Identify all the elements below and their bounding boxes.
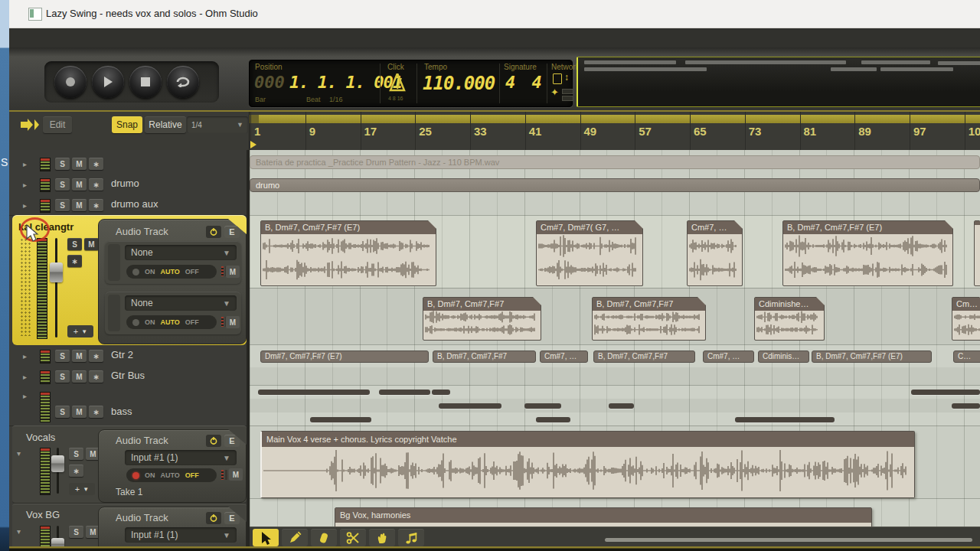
audio-clip-collapsed[interactable]: B, Dm#7, Cm#7,F#7 — [433, 350, 536, 363]
audio-clip-collapsed[interactable]: B, Dm#7, Cm#7,F#7 (E7) — [812, 350, 932, 363]
edit-button[interactable]: Edit — [43, 116, 72, 133]
audio-clip[interactable]: Cm#7, … — [687, 220, 743, 286]
solo-button[interactable]: S — [55, 178, 70, 191]
record-arm-dot[interactable] — [132, 472, 139, 479]
slot-mute-1[interactable]: M — [226, 266, 240, 278]
audio-clip[interactable]: B, Dm#7, Cm#7,F#7 — [423, 297, 541, 341]
slot-grip[interactable] — [108, 295, 120, 331]
relative-button[interactable]: Relative — [145, 116, 186, 133]
add-slot-button[interactable]: + ▼ — [69, 483, 95, 495]
mute-button[interactable]: M — [72, 158, 87, 170]
mute-button[interactable]: M — [72, 406, 87, 418]
solo-button[interactable]: S — [55, 158, 70, 170]
edit-track-button[interactable]: E — [224, 435, 240, 447]
mute-button[interactable]: M — [72, 370, 87, 383]
audio-clip-long[interactable]: drumo — [250, 178, 980, 192]
edit-track-button[interactable]: E — [224, 226, 240, 238]
track-name[interactable]: drumo — [111, 178, 139, 189]
follow-arrow-icon[interactable] — [20, 118, 40, 132]
freeze-button[interactable]: ∗ — [89, 406, 103, 418]
freeze-button[interactable]: ∗ — [69, 465, 83, 477]
stop-button[interactable] — [129, 66, 162, 98]
metronome-icon[interactable] — [389, 73, 406, 92]
solo-button[interactable]: S — [55, 370, 70, 383]
power-button[interactable] — [206, 435, 221, 447]
pencil-tool-button[interactable] — [282, 529, 308, 546]
audio-clip[interactable]: B, Dm#7, Cm#7,F#7 — [592, 297, 706, 341]
arrangement-area[interactable]: Bateria de practica _Practice Drum Patte… — [250, 150, 980, 527]
track-name[interactable]: bass — [111, 406, 132, 417]
slot-grip[interactable] — [108, 244, 120, 281]
audio-clip-collapsed[interactable]: Cm#7, … — [540, 350, 588, 363]
solo-button[interactable]: S — [55, 406, 70, 418]
record-mode-row[interactable]: ON AUTO OFF — [126, 468, 217, 482]
bg-vox-clip[interactable]: Bg Vox, harmonies — [335, 507, 872, 527]
track-name[interactable]: Gtr Bus — [111, 370, 145, 381]
take-label[interactable]: Take 1 — [116, 487, 142, 497]
track-vox-bg[interactable]: Vox BG ▾ S M Audio Track E Input #1 (1)▼ — [12, 504, 247, 551]
expand-arrow-icon[interactable]: ▸ — [23, 373, 27, 381]
audio-clip[interactable]: Cdiminishe… — [754, 297, 825, 341]
freeze-button[interactable]: ∗ — [89, 199, 103, 211]
on-label[interactable]: ON — [145, 268, 155, 276]
grid-size-dropdown[interactable]: 1/4 ▼ — [187, 116, 248, 133]
automation-mode-1[interactable]: ON AUTO OFF — [126, 265, 217, 279]
tempo-value[interactable]: 110.000 — [423, 73, 495, 94]
audio-clip[interactable]: Cm… — [952, 297, 980, 341]
horizontal-scrollbar[interactable] — [605, 538, 972, 542]
record-arm-dot[interactable] — [132, 319, 139, 326]
audio-clip[interactable]: B, Dm#7, Cm#7,F#7 (E7) — [260, 220, 436, 286]
track-name[interactable]: Vox BG — [26, 509, 60, 520]
main-vox-clip[interactable]: Main Vox 4 verse + chorus. Lyrics copyri… — [260, 431, 915, 498]
timeline-ruler[interactable]: 19172533414957657381899710 — [249, 112, 980, 150]
expand-arrow-icon[interactable]: ▸ — [23, 201, 27, 210]
freeze-button[interactable]: ∗ — [67, 255, 82, 267]
expand-arrow-icon[interactable]: ▸ — [23, 352, 27, 360]
window-titlebar[interactable]: Lazy Swing - needs vox and solos - Ohm S… — [9, 0, 980, 28]
expand-arrow-icon[interactable]: ▸ — [23, 181, 27, 189]
collapse-arrow-icon[interactable]: ▾ — [17, 449, 21, 458]
audio-clip[interactable] — [974, 220, 980, 286]
add-slot-button[interactable]: + ▼ — [67, 325, 93, 337]
play-button[interactable] — [92, 66, 124, 98]
slot-mute-2[interactable]: M — [226, 316, 240, 328]
off-label[interactable]: OFF — [185, 268, 199, 276]
freeze-button[interactable]: ∗ — [89, 370, 103, 383]
snap-button[interactable]: Snap — [112, 116, 142, 133]
track-name[interactable]: drumo aux — [111, 198, 158, 210]
track-vocals[interactable]: Vocals ▾ S M ∗ + ▼ Audio Track E Input #… — [12, 425, 247, 504]
mute-button[interactable]: M — [72, 178, 87, 191]
effect-dropdown-2[interactable]: None▼ — [125, 295, 237, 311]
edit-track-button[interactable]: E — [224, 512, 240, 524]
expand-arrow-icon[interactable]: ▸ — [23, 392, 27, 400]
audio-clip[interactable]: B, Dm#7, Cm#7,F#7 (E7) — [782, 220, 953, 286]
freeze-button[interactable]: ∗ — [89, 350, 103, 362]
volume-fader[interactable] — [51, 455, 64, 472]
solo-button[interactable]: S — [67, 238, 82, 250]
solo-button[interactable]: S — [69, 526, 83, 538]
power-button[interactable] — [206, 226, 221, 238]
off-label[interactable]: OFF — [185, 318, 199, 326]
mute-button[interactable]: M — [84, 238, 99, 250]
off-label[interactable]: OFF — [185, 471, 199, 479]
power-button[interactable] — [206, 512, 221, 524]
playhead-marker[interactable] — [250, 141, 256, 148]
audio-clip-collapsed[interactable]: Cm#7, … — [703, 350, 754, 363]
audio-clip-long[interactable]: Bateria de practica _Practice Drum Patte… — [250, 155, 980, 169]
track-name[interactable]: Gtr 2 — [111, 349, 133, 360]
audio-clip-collapsed[interactable]: C… — [953, 350, 980, 363]
scissors-tool-button[interactable] — [340, 529, 366, 546]
hand-tool-button[interactable] — [369, 529, 395, 546]
track-row-unnamed[interactable]: ▸SM∗ — [9, 153, 247, 174]
solo-button[interactable]: S — [55, 199, 70, 211]
mute-button[interactable]: M — [72, 350, 87, 362]
eraser-tool-button[interactable] — [311, 529, 337, 546]
collapse-arrow-icon[interactable]: ▾ — [17, 527, 21, 536]
auto-label[interactable]: AUTO — [161, 471, 180, 479]
freeze-button[interactable]: ∗ — [89, 178, 103, 191]
input-dropdown[interactable]: Input #1 (1)▼ — [125, 527, 237, 543]
on-label[interactable]: ON — [145, 318, 155, 326]
record-arm-dot[interactable] — [132, 269, 139, 276]
record-button[interactable] — [54, 66, 87, 98]
audio-clip[interactable]: Cm#7, Dm#7( G7, … — [536, 220, 643, 286]
